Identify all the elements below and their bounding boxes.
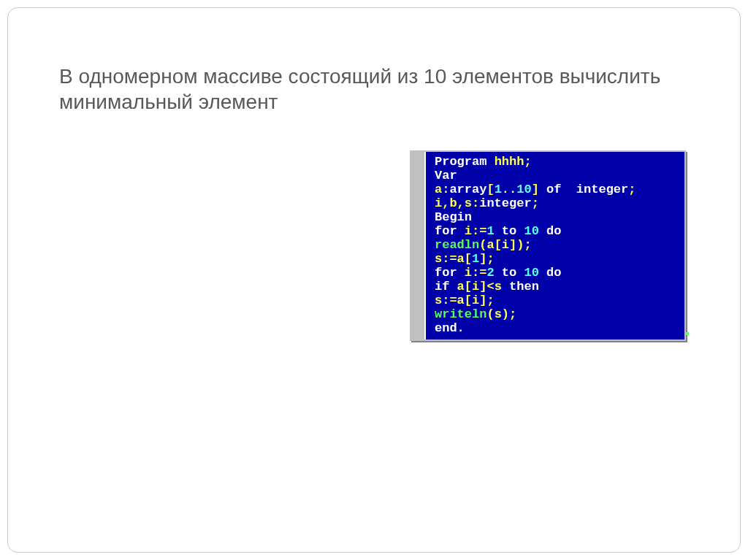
program-name: hhhh bbox=[495, 155, 524, 169]
keyword-begin: Begin bbox=[435, 210, 472, 224]
semicolon: ; bbox=[486, 252, 494, 266]
keyword-of: of bbox=[546, 183, 561, 196]
lbracket: [ bbox=[465, 280, 472, 294]
var-b: b bbox=[449, 196, 457, 210]
range: .. bbox=[502, 183, 516, 196]
keyword-do: do bbox=[546, 224, 561, 238]
semicolon: ; bbox=[524, 155, 531, 169]
period: . bbox=[457, 321, 465, 335]
rbracket: ] bbox=[479, 252, 486, 266]
lbracket: [ bbox=[486, 183, 494, 196]
keyword-program: Program bbox=[435, 155, 486, 169]
comma: , bbox=[457, 196, 465, 210]
slide-frame: В одномерном массиве состоящий из 10 эле… bbox=[7, 7, 741, 553]
rbracket: ] bbox=[479, 280, 486, 294]
num-1: 1 bbox=[495, 183, 502, 196]
var-a: a bbox=[457, 280, 465, 294]
keyword-to: to bbox=[502, 266, 516, 280]
var-i: i bbox=[435, 196, 442, 210]
lbracket: [ bbox=[465, 294, 472, 307]
assign: := bbox=[472, 266, 486, 280]
rparen: ) bbox=[502, 307, 509, 321]
var-i: i bbox=[502, 238, 509, 252]
var-i: i bbox=[472, 294, 479, 307]
code-gutter bbox=[411, 152, 426, 340]
semicolon: ; bbox=[509, 307, 516, 321]
lparen: ( bbox=[479, 238, 486, 252]
var-a: a bbox=[457, 252, 465, 266]
keyword-end: end bbox=[435, 321, 457, 335]
code-body: Program hhhh; Var a:array[1..10] of inte… bbox=[432, 152, 684, 340]
num-10: 10 bbox=[524, 224, 538, 238]
var-s: s bbox=[435, 252, 442, 266]
lparen: ( bbox=[486, 307, 494, 321]
var-a: a bbox=[435, 183, 442, 196]
keyword-var: Var bbox=[435, 169, 457, 183]
colon: : bbox=[472, 196, 479, 210]
num-10: 10 bbox=[516, 183, 531, 196]
keyword-to: to bbox=[502, 224, 516, 238]
fn-writeln: writeln bbox=[435, 307, 486, 321]
keyword-for: for bbox=[435, 266, 457, 280]
rparen: ) bbox=[516, 238, 524, 252]
num-1: 1 bbox=[472, 252, 479, 266]
keyword-integer: integer bbox=[576, 183, 628, 196]
lt: < bbox=[486, 280, 494, 294]
keyword-array: array bbox=[449, 183, 486, 196]
rbracket: ] bbox=[479, 294, 486, 307]
rbracket: ] bbox=[532, 183, 539, 196]
num-1: 1 bbox=[486, 224, 494, 238]
var-a: a bbox=[457, 294, 465, 307]
semicolon: ; bbox=[486, 294, 494, 307]
assign: := bbox=[442, 252, 457, 266]
scrollbar-tick-icon bbox=[686, 332, 689, 335]
var-a: a bbox=[486, 238, 494, 252]
fn-readln: readln bbox=[435, 238, 479, 252]
lbracket: [ bbox=[495, 238, 502, 252]
rbracket: ] bbox=[509, 238, 516, 252]
assign: := bbox=[442, 294, 457, 307]
semicolon: ; bbox=[628, 183, 636, 196]
comma: , bbox=[442, 196, 449, 210]
keyword-then: then bbox=[509, 280, 539, 294]
title-line-1: В одномерном массиве состоящий из 10 эле… bbox=[59, 65, 660, 88]
var-i: i bbox=[465, 224, 472, 238]
var-i: i bbox=[465, 266, 472, 280]
keyword-integer: integer bbox=[479, 196, 531, 210]
var-s: s bbox=[495, 280, 502, 294]
title-line-2: минимальный элемент bbox=[59, 91, 278, 113]
assign: := bbox=[472, 224, 486, 238]
slide-title: В одномерном массиве состоящий из 10 эле… bbox=[59, 64, 689, 115]
keyword-if: if bbox=[435, 280, 449, 294]
keyword-do: do bbox=[546, 266, 561, 280]
var-s: s bbox=[465, 196, 472, 210]
var-i: i bbox=[472, 280, 479, 294]
code-editor-window: Program hhhh; Var a:array[1..10] of inte… bbox=[410, 150, 686, 341]
code-inner-gutter bbox=[426, 152, 432, 340]
num-2: 2 bbox=[486, 266, 494, 280]
num-10: 10 bbox=[524, 266, 538, 280]
lbracket: [ bbox=[465, 252, 472, 266]
colon: : bbox=[442, 183, 449, 196]
var-s: s bbox=[435, 294, 442, 307]
semicolon: ; bbox=[524, 238, 531, 252]
keyword-for: for bbox=[435, 224, 457, 238]
semicolon: ; bbox=[532, 196, 539, 210]
var-s: s bbox=[495, 307, 502, 321]
